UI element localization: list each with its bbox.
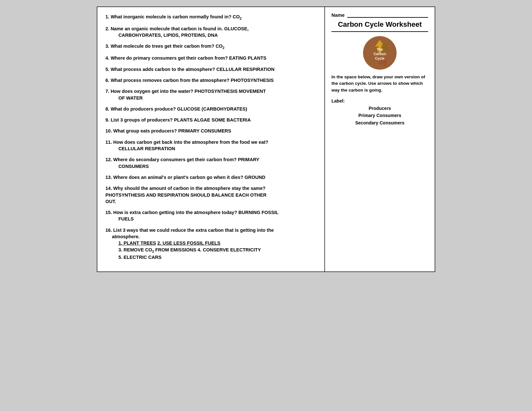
- q15-text: How is extra carbon getting into the atm…: [113, 210, 238, 215]
- q8-number: 8.: [105, 106, 109, 112]
- q11-text: How does carbon get back into the atmosp…: [113, 140, 268, 145]
- q6-answer: PHOTOSYNTHESIS: [231, 78, 273, 83]
- q10-number: 10.: [105, 128, 112, 133]
- q16-answer-1: 1. PLANT TREES 2. USE LESS FOSSIL FUELS: [112, 240, 221, 246]
- question-5: 5. What process adds carbon to the atmos…: [105, 66, 316, 73]
- left-column: 1. What inorganic molecule is carbon nor…: [97, 7, 325, 271]
- q3-answer: CO2: [216, 44, 224, 49]
- question-4: 4. Where do primary consumers get their …: [105, 55, 316, 61]
- label-section: Label:: [331, 98, 428, 103]
- name-label: Name: [331, 12, 345, 18]
- q14-number: 14.: [105, 186, 112, 191]
- q5-text: What process adds carbon to the atmosphe…: [111, 67, 216, 72]
- q5-answer: CELLULAR RESPIRATION: [216, 67, 274, 72]
- label-secondary-consumers: Secondary Consumers: [331, 119, 428, 126]
- q4-text: Where do primary consumers get their car…: [111, 55, 229, 61]
- q12-answer: PRIMARY: [238, 157, 259, 162]
- question-13: 13. Where does an animal's or plant's ca…: [105, 174, 316, 181]
- q14-answer: PHOTSYNTHESIS AND RESPIRATION SHOULD BAL…: [105, 192, 266, 198]
- q6-number: 6.: [105, 78, 109, 83]
- q2-number: 2.: [105, 26, 109, 31]
- q2-answer-cont: CARBOHYDRATES, LIPIDS, PROTEINS, DNA: [112, 33, 218, 38]
- q12-number: 12.: [105, 157, 112, 162]
- worksheet-page: 1. What inorganic molecule is carbon nor…: [97, 6, 435, 272]
- q9-answer: PLANTS ALGAE SOME BACTERIA: [174, 117, 251, 122]
- name-field-container: Name: [331, 12, 428, 18]
- question-1: 1. What inorganic molecule is carbon nor…: [105, 14, 316, 21]
- q16-text: List 3 ways that we could reduce the ext…: [113, 228, 274, 233]
- question-16: 16. List 3 ways that we could reduce the…: [105, 227, 316, 260]
- q9-number: 9.: [105, 117, 109, 122]
- q11-number: 11.: [105, 140, 112, 145]
- q8-answer: GLUCOSE (CARBOHYDRATES): [177, 106, 247, 112]
- question-6: 6. What process removes carbon from the …: [105, 77, 316, 83]
- q4-answer: EATING PLANTS: [229, 55, 267, 61]
- q2-text: Name an organic molecule that carbon is …: [111, 26, 224, 31]
- q1-answer: CO2: [233, 14, 241, 19]
- label-producers: Producers: [331, 105, 428, 112]
- carbon-cycle-svg: The Carbon Cycle: [360, 35, 399, 71]
- worksheet-title: Carbon Cycle Worksheet: [331, 20, 428, 32]
- question-9: 9. List 3 groups of producers? PLANTS AL…: [105, 117, 316, 123]
- q12-answer-cont: CONSUMERS: [112, 164, 149, 169]
- label-secondary-text: Secondary Consumers: [355, 120, 405, 125]
- q14-answer-cont: OUT.: [105, 199, 116, 204]
- description-text: In the space below, draw your own versio…: [331, 74, 425, 93]
- question-3: 3. What molecule do trees get their carb…: [105, 43, 316, 50]
- q8-text: What do producers produce?: [111, 106, 177, 112]
- q6-text: What process removes carbon from the atm…: [111, 78, 231, 83]
- q10-text: What group eats producers?: [113, 128, 178, 133]
- q16-answer-3: 5. ELECTRIC CARS: [112, 255, 162, 260]
- question-10: 10. What group eats producers? PRIMARY C…: [105, 128, 316, 134]
- question-15: 15. How is extra carbon getting into the…: [105, 209, 316, 222]
- question-2: 2. Name an organic molecule that carbon …: [105, 25, 316, 39]
- label-producers-text: Producers: [369, 106, 391, 111]
- question-11: 11. How does carbon get back into the at…: [105, 139, 316, 152]
- svg-text:Carbon: Carbon: [374, 52, 386, 56]
- question-12: 12. Where do secondary consumers get the…: [105, 156, 316, 170]
- q7-text: How does oxygen get into the water?: [111, 89, 194, 94]
- q3-number: 3.: [105, 44, 109, 49]
- svg-text:Cycle: Cycle: [375, 56, 384, 60]
- label-list: Producers Primary Consumers Secondary Co…: [331, 105, 428, 126]
- q13-text: Where does an animal's or plant's carbon…: [113, 175, 244, 180]
- q7-answer: PHOTOSYNTHESIS MOVEMENT: [194, 89, 266, 94]
- q15-answer-cont: FUELS: [112, 216, 134, 221]
- q1-text: What inorganic molecule is carbon normal…: [111, 14, 233, 19]
- q13-answer: GROUND: [245, 175, 265, 180]
- right-column: Name Carbon Cycle Worksheet The Carbon C…: [325, 7, 435, 271]
- q10-answer: PRIMARY CONSUMERS: [178, 128, 231, 133]
- label-primary-text: Primary Consumers: [358, 113, 401, 118]
- q13-number: 13.: [105, 175, 112, 180]
- carbon-cycle-description: In the space below, draw your own versio…: [331, 74, 428, 93]
- q4-number: 4.: [105, 55, 109, 61]
- name-underline-decoration: [347, 12, 428, 18]
- svg-text:The: The: [377, 47, 383, 51]
- q12-text: Where do secondary consumers get their c…: [113, 157, 238, 162]
- q15-number: 15.: [105, 210, 112, 215]
- label-prefix: Label:: [331, 98, 345, 103]
- q1-number: 1.: [105, 14, 109, 19]
- q15-answer: BURNING FOSSIL: [239, 210, 279, 215]
- carbon-cycle-icon-container: The Carbon Cycle: [331, 35, 428, 71]
- q7-number: 7.: [105, 89, 109, 94]
- q11-answer: CELLULAR RESPRATION: [112, 146, 175, 151]
- q7-answer-cont: OF WATER: [112, 95, 143, 101]
- q16-number: 16.: [105, 228, 112, 233]
- q3-text: What molecule do trees get their carbon …: [111, 44, 216, 49]
- question-14: 14. Why should the amount of carbon in t…: [105, 185, 316, 205]
- q9-text: List 3 groups of producers?: [111, 117, 174, 122]
- q14-text: Why should the amount of carbon in the a…: [113, 186, 265, 191]
- q5-number: 5.: [105, 67, 109, 72]
- question-7: 7. How does oxygen get into the water? P…: [105, 88, 316, 101]
- q16-text-cont: atmosphere.: [105, 234, 140, 239]
- question-8: 8. What do producers produce? GLUCOSE (C…: [105, 106, 316, 112]
- q16-answer-2: 3. REMOVE CO2 FROM EMISSIONS 4. CONSERVE…: [112, 247, 261, 252]
- label-primary-consumers: Primary Consumers: [331, 112, 428, 119]
- q2-answer: GLUCOSE,: [224, 26, 249, 31]
